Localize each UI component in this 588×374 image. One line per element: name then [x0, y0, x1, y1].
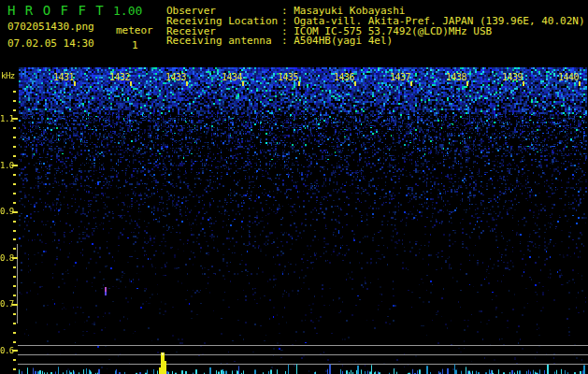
time-tick-label: 1432 — [109, 73, 130, 82]
info-label: Receiving antenna — [166, 36, 281, 47]
frequency-tick-label: 1.0 — [0, 161, 12, 170]
time-tick-label: 1440 — [558, 73, 579, 82]
observation-info: Observer: Masayuki Kobayashi Receiving L… — [166, 7, 585, 47]
time-tick-label: 1439 — [502, 73, 523, 82]
frequency-tick-label: 0.6 — [0, 346, 12, 355]
time-tick-label: 1431 — [53, 73, 74, 82]
datetime-label: 07.02.05 14:30 — [7, 38, 94, 49]
frequency-tick-label: 0.8 — [0, 253, 12, 263]
time-tick-label: 1438 — [446, 73, 466, 82]
mode-label: meteor — [116, 25, 153, 36]
frequency-tick-label: 0.7 — [0, 299, 12, 309]
time-tick-label: 1437 — [390, 73, 410, 82]
spectrogram-canvas — [0, 64, 588, 374]
info-value: A504HB(yagi 4el) — [294, 36, 393, 47]
frequency-tick-label: 1.1 — [0, 114, 12, 123]
info-row: Receiving antenna: A504HB(yagi 4el) — [166, 36, 585, 47]
time-tick-label: 1433 — [165, 73, 186, 82]
output-filename: 0702051430.png — [7, 22, 94, 32]
time-tick-label: 1436 — [334, 73, 354, 82]
app-version: 1.00 — [113, 4, 142, 18]
frequency-axis-unit: kHz — [1, 71, 15, 81]
app-title: H R O F F T — [7, 3, 105, 18]
hrofft-window: H R O F F T 1.00 0702051430.png meteor 0… — [0, 0, 588, 374]
info-separator: : — [281, 36, 294, 47]
frequency-tick-label: 0.9 — [0, 207, 12, 216]
time-tick-label: 1434 — [222, 73, 242, 82]
time-tick-label: 1435 — [278, 73, 298, 82]
meteor-count: 1 — [132, 40, 138, 50]
